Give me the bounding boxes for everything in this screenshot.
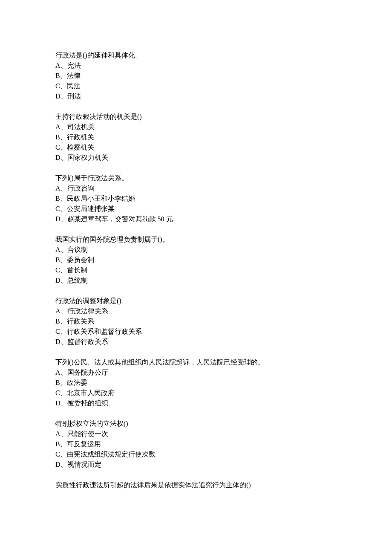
question-option: C、由宪法或组织法规定行使次数 (55, 449, 337, 460)
question-option: D、监督行政关系 (55, 337, 337, 347)
question-option: D、视情况而定 (55, 460, 337, 470)
question-option: C、行政关系和监督行政关系 (55, 327, 337, 337)
question-option: A、国务院办公厅 (55, 367, 337, 378)
question-block: 下列()属于行政法关系。 A、行政咨询 B、民政局小王和小李结婚 C、公安局逮捕… (55, 173, 337, 224)
question-stem: 实质性行政违法所引起的法律后果是依据实体法追究行为主体的() (55, 480, 337, 490)
question-block: 主持行政裁决活动的机关是() A、司法机关 B、行政机关 C、检察机关 D、国家… (55, 112, 337, 163)
question-stem: 下列()属于行政法关系。 (55, 173, 337, 183)
document-page: 行政法是()的延伸和具体化。 A、宪法 B、法律 C、民法 D、刑法 主持行政裁… (0, 0, 392, 555)
question-option: C、公安局逮捕张某 (55, 204, 337, 214)
question-block: 下列()公民、法人或其他组织向人民法院起诉，人民法院已经受理的。 A、国务院办公… (55, 357, 337, 408)
question-option: A、行政咨询 (55, 183, 337, 194)
question-option: A、合议制 (55, 245, 337, 255)
question-stem: 行政法是()的延伸和具体化。 (55, 50, 337, 61)
question-option: A、行政法律关系 (55, 306, 337, 316)
question-option: D、国家权力机关 (55, 153, 337, 163)
question-stem: 特别授权立法的立法权() (55, 419, 337, 429)
question-option: B、法律 (55, 71, 337, 81)
question-option: B、行政机关 (55, 132, 337, 142)
question-option: B、委员会制 (55, 255, 337, 265)
question-stem: 下列()公民、法人或其他组织向人民法院起诉，人民法院已经受理的。 (55, 357, 337, 367)
question-block: 我国实行的国务院总理负责制属于()。 A、合议制 B、委员会制 C、首长制 D、… (55, 234, 337, 286)
question-block: 行政法是()的延伸和具体化。 A、宪法 B、法律 C、民法 D、刑法 (55, 50, 337, 101)
question-block: 实质性行政违法所引起的法律后果是依据实体法追究行为主体的() (55, 480, 337, 490)
question-option: C、北京市人民政府 (55, 388, 337, 398)
question-option: C、首长制 (55, 265, 337, 275)
question-option: D、总统制 (55, 275, 337, 286)
question-option: B、政法委 (55, 378, 337, 388)
question-option: D、被委托的组织 (55, 398, 337, 408)
question-option: B、可反复运用 (55, 439, 337, 449)
question-option: A、只能行使一次 (55, 429, 337, 439)
question-option: A、宪法 (55, 61, 337, 71)
question-stem: 主持行政裁决活动的机关是() (55, 112, 337, 122)
question-option: C、检察机关 (55, 142, 337, 153)
question-option: A、司法机关 (55, 122, 337, 132)
question-block: 行政法的调整对象是() A、行政法律关系 B、行政关系 C、行政关系和监督行政关… (55, 296, 337, 347)
question-option: D、刑法 (55, 91, 337, 101)
question-option: D、赵某违章驾车，交警对其罚款 50 元 (55, 214, 337, 224)
question-option: B、行政关系 (55, 316, 337, 327)
question-block: 特别授权立法的立法权() A、只能行使一次 B、可反复运用 C、由宪法或组织法规… (55, 419, 337, 470)
question-option: B、民政局小王和小李结婚 (55, 194, 337, 204)
question-stem: 行政法的调整对象是() (55, 296, 337, 306)
question-stem: 我国实行的国务院总理负责制属于()。 (55, 234, 337, 245)
question-option: C、民法 (55, 81, 337, 91)
